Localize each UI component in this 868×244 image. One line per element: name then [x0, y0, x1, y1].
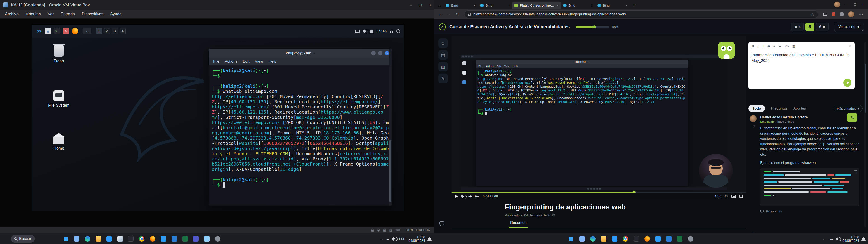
terminal-menu-item[interactable]: Help [266, 59, 279, 64]
browser-maximize-button[interactable]: □ [854, 2, 856, 6]
code-icon[interactable]: <> [785, 44, 789, 48]
tab-close-icon[interactable]: × [508, 4, 510, 7]
tab-bing-1[interactable]: Bing × [443, 2, 478, 9]
italic-icon[interactable]: I [757, 44, 758, 48]
window-selector-dropdown[interactable]: ▾ [83, 28, 91, 34]
underline-icon[interactable]: U [762, 44, 764, 48]
like-icon[interactable]: ♡ [751, 124, 755, 129]
tab-close-icon[interactable]: × [591, 4, 593, 7]
feed-tab-aportes[interactable]: Aportes [794, 106, 806, 111]
comment-author[interactable]: Daniel Jose Carrillo Herrera [760, 115, 863, 119]
hdd-status-icon[interactable]: ▤ [371, 228, 374, 232]
notifications-icon[interactable] [370, 30, 373, 33]
notepad-icon[interactable] [203, 235, 211, 243]
notes-close-icon[interactable]: × [849, 44, 851, 48]
page-scrollbar[interactable] [864, 42, 866, 227]
view-classes-button[interactable]: Ver clases▾ [835, 23, 863, 31]
vscode-icon[interactable] [160, 235, 167, 243]
terminal-scrollbar[interactable] [389, 49, 392, 206]
terminal-launcher-icon[interactable]: >_ [54, 28, 60, 34]
terminal-maximize-button[interactable] [378, 51, 382, 55]
workspace-button[interactable]: 4 [120, 28, 126, 34]
browser-profile-avatar[interactable] [834, 2, 840, 7]
word-icon[interactable] [170, 235, 178, 243]
notes-editor[interactable]: B I U S ≡ ≣ <> ▦ × Información Obtenida … [748, 41, 855, 89]
comment-author[interactable]: Arturo Ventura Martínez [760, 232, 863, 233]
terminal-output[interactable]: ┌──(kalipc2@kali)-[~]└─$ ┌──(kalipc2@kal… [209, 65, 392, 206]
workspace-button[interactable]: 2 [104, 28, 110, 34]
tray-volume-icon[interactable] [836, 238, 837, 240]
file-explorer-icon[interactable] [600, 235, 608, 243]
bullet-list-icon[interactable]: ≡ [773, 44, 775, 48]
extensions-puzzle-icon[interactable] [840, 12, 844, 16]
desktop-icon-trash[interactable]: Trash [45, 45, 72, 63]
notification-center-icon[interactable] [862, 238, 865, 240]
terminal-menu-item[interactable]: File [211, 59, 221, 64]
terminal-close-button[interactable]: × [385, 51, 389, 55]
notes-text[interactable]: Información Obtenida del Dominio :: ELTI… [752, 53, 851, 63]
taskview-icon[interactable] [73, 235, 81, 243]
browser-close-button[interactable]: × [862, 2, 864, 6]
tray-volume-icon[interactable] [393, 238, 394, 240]
usb-status-icon[interactable]: ▧ [389, 228, 392, 232]
settings-icon[interactable] [214, 235, 221, 243]
teams-icon[interactable] [192, 235, 200, 243]
vscode-icon[interactable] [654, 235, 662, 243]
store-icon[interactable] [611, 235, 618, 243]
file-manager-icon[interactable]: ▣ [45, 28, 51, 34]
home-icon[interactable]: ⌂ [438, 38, 448, 48]
terminal-minimize-button[interactable] [371, 51, 376, 55]
onedrive-icon[interactable]: ☁ [829, 237, 833, 241]
firefox-icon[interactable] [149, 235, 156, 243]
search-input[interactable]: Buscar [11, 235, 35, 243]
new-tab-button[interactable]: + [631, 2, 637, 8]
chrome-icon[interactable] [622, 235, 629, 243]
avatar[interactable] [750, 115, 756, 122]
virtualbox-titlebar[interactable]: KALI2 [Corriendo] - Oracle VM VirtualBox… [0, 0, 434, 10]
feed-tab-preguntas[interactable]: Preguntas [771, 106, 787, 111]
avatar[interactable] [750, 232, 756, 233]
file-explorer-icon[interactable] [94, 235, 102, 243]
browser-menu-icon[interactable]: ⋯ [859, 11, 864, 17]
firefox-icon[interactable] [72, 28, 78, 34]
menu-item[interactable]: Dispositivos [79, 11, 106, 18]
display-icon[interactable] [355, 30, 360, 33]
terminal-titlebar[interactable]: kalipc2@kali: ~ × [209, 49, 392, 58]
taskbar-clock[interactable]: 15:13 04/06/2024 [408, 235, 425, 242]
sort-dropdown[interactable]: Más votados▾ [833, 105, 863, 112]
network-status-icon[interactable]: ▦ [383, 228, 386, 232]
chrome-icon[interactable] [138, 235, 146, 243]
tab-bing-3[interactable]: Bing × [561, 2, 595, 9]
workspace-button[interactable]: 3 [112, 28, 118, 34]
tray-overflow-icon[interactable]: ︿ [380, 237, 383, 241]
tab-close-icon[interactable]: × [557, 4, 559, 7]
clases-icon[interactable]: ▤ [438, 50, 448, 60]
apuntes-icon[interactable]: ✎ [438, 74, 448, 83]
profile-avatar[interactable] [848, 11, 854, 17]
menu-item[interactable]: Ver [45, 11, 57, 18]
tab-bing-2[interactable]: Bing × [478, 2, 512, 9]
tab-close-icon[interactable]: × [474, 4, 475, 7]
text-editor-icon[interactable]: ✎ [63, 28, 69, 34]
language-indicator[interactable]: ESP [399, 237, 405, 241]
fast-forward-icon[interactable]: ▶▶ [475, 194, 478, 198]
save-note-button[interactable] [843, 79, 851, 87]
terminal-icon[interactable] [632, 235, 640, 243]
recursos-icon[interactable]: ▥ [438, 62, 448, 71]
power-icon[interactable] [397, 29, 400, 33]
terminal-menu-item[interactable]: Edit [241, 59, 252, 64]
feed-tab-todo[interactable]: Todo [748, 105, 765, 112]
video-player[interactable]: kali@kali: ~ FileActionsEditViewHelp ┌──… [452, 36, 746, 200]
menu-item[interactable]: Ayuda [107, 11, 124, 18]
excel-icon[interactable] [181, 235, 189, 243]
video-volume-icon[interactable] [461, 195, 463, 197]
favorites-star-icon[interactable]: ☆ [811, 12, 814, 17]
code-block[interactable] [760, 168, 859, 206]
fullscreen-icon[interactable] [739, 194, 743, 198]
menu-item[interactable]: Archivo [2, 11, 21, 18]
start-button[interactable] [62, 235, 70, 243]
keyboard-status-icon[interactable]: ⌨ [395, 228, 400, 232]
terminal-icon[interactable] [127, 235, 135, 243]
playback-speed-button[interactable]: 1.5x [715, 194, 721, 198]
notification-center-icon[interactable] [428, 238, 431, 240]
